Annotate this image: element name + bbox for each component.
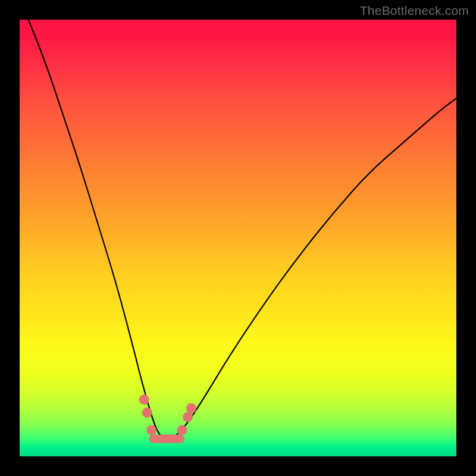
curve-dot	[146, 425, 156, 436]
curve-dot	[186, 403, 196, 414]
chart-frame: TheBottleneck.com	[0, 0, 476, 476]
curve-dots	[139, 394, 196, 435]
curve-dot	[183, 412, 193, 422]
plot-area	[20, 20, 456, 456]
watermark-text: TheBottleneck.com	[360, 4, 469, 18]
bottleneck-curve	[29, 20, 456, 439]
curve-dot	[142, 408, 152, 418]
curve-dot	[139, 394, 149, 405]
bottleneck-curve-svg	[20, 20, 456, 456]
curve-dot	[177, 425, 187, 436]
